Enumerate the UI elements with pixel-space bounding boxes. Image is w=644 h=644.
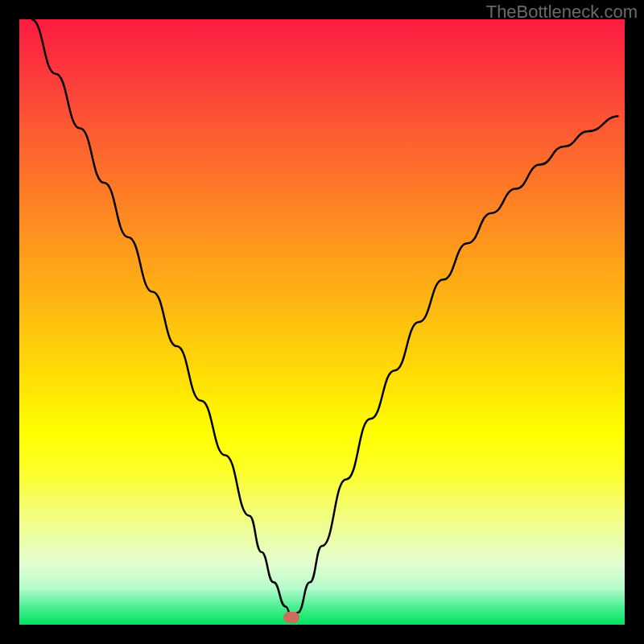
plot-area xyxy=(19,19,625,625)
attribution-text: TheBottleneck.com xyxy=(486,2,638,23)
minimum-marker xyxy=(283,612,299,623)
bottleneck-curve xyxy=(19,19,625,625)
